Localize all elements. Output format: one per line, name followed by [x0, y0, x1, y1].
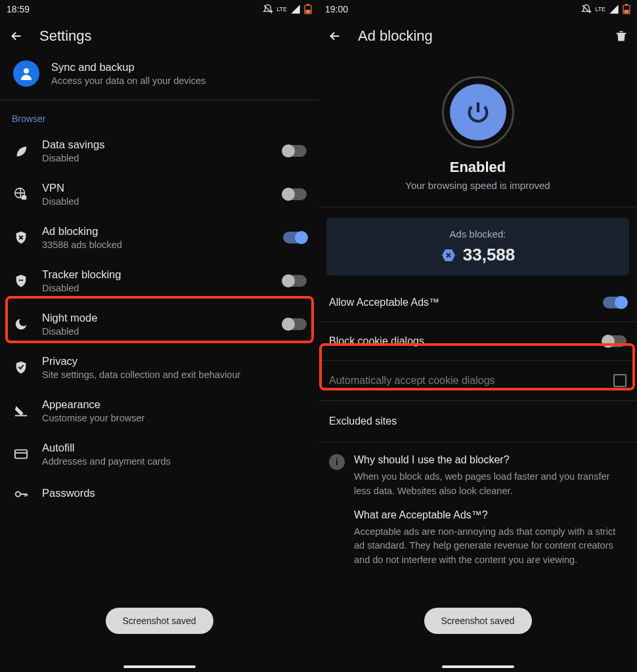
moon-icon — [12, 315, 30, 333]
svg-rect-2 — [306, 10, 311, 13]
data-savings-toggle[interactable] — [283, 145, 307, 157]
signal-icon — [290, 4, 301, 14]
enabled-title: Enabled — [450, 159, 506, 176]
key-icon — [12, 485, 30, 503]
page-title: Ad blocking — [358, 28, 433, 45]
privacy-row[interactable]: Privacy Site settings, data collection a… — [0, 346, 318, 389]
ads-blocked-count: 33,588 — [463, 245, 516, 265]
info-question-1: Why should I use the ad blocker? — [354, 454, 626, 466]
globe-lock-icon — [12, 185, 30, 203]
divider — [318, 207, 637, 207]
shield-footprint-icon — [12, 272, 30, 290]
auto-accept-cookie-row: Automatically accept cookie dialogs — [318, 361, 637, 400]
settings-list[interactable]: Sync and backup Access your data on all … — [0, 56, 318, 672]
bell-off-icon — [263, 4, 273, 14]
svg-rect-5 — [22, 196, 26, 200]
tracker-toggle[interactable] — [283, 275, 307, 287]
passwords-row[interactable]: Passwords — [0, 476, 318, 513]
info-answer-2: Acceptable ads are non-annoying ads that… — [354, 525, 626, 568]
status-time: 19:00 — [325, 4, 348, 14]
shield-x-icon — [12, 228, 30, 247]
info-row-2: What are Acceptable Ads™? Acceptable ads… — [318, 504, 637, 573]
svg-rect-12 — [625, 4, 628, 5]
svg-point-6 — [19, 280, 21, 282]
shield-check-icon — [12, 358, 30, 377]
svg-rect-1 — [307, 4, 309, 5]
vpn-row[interactable]: VPN Disabled — [0, 173, 318, 216]
trash-icon[interactable] — [615, 30, 628, 43]
status-indicators: LTE — [263, 4, 312, 14]
paint-icon — [12, 402, 30, 420]
info-icon: i — [329, 454, 345, 470]
sync-backup-row[interactable]: Sync and backup Access your data on all … — [0, 56, 318, 100]
ads-blocked-card: Ads blocked: 33,588 — [326, 218, 629, 276]
right-screenshot: 19:00 LTE Ad blocking Enabled Your brows… — [318, 0, 637, 672]
ad-blocking-row[interactable]: Ad blocking 33588 ads blocked — [0, 216, 318, 259]
lte-label: LTE — [595, 7, 605, 12]
excluded-sites-row[interactable]: Excluded sites — [318, 401, 637, 442]
bell-off-icon — [581, 4, 592, 14]
svg-rect-13 — [625, 10, 629, 13]
auto-accept-checkbox — [613, 374, 626, 387]
tracker-blocking-row[interactable]: Tracker blocking Disabled — [0, 259, 318, 303]
power-icon — [465, 99, 491, 125]
ad-blocking-toggle[interactable] — [283, 232, 307, 243]
night-mode-row[interactable]: Night mode Disabled — [0, 303, 318, 346]
header: Settings — [0, 18, 318, 56]
lte-label: LTE — [276, 7, 287, 12]
sync-text: Sync and backup Access your data on all … — [51, 61, 206, 86]
power-button[interactable] — [442, 76, 514, 148]
allow-acceptable-ads-row[interactable]: Allow Acceptable Ads™ — [318, 284, 637, 322]
block-cookie-toggle[interactable] — [603, 335, 626, 347]
left-screenshot: 18:59 LTE Settings Sync and backup Acces… — [0, 0, 318, 672]
info-answer-1: When you block ads, web pages load faste… — [354, 470, 626, 499]
svg-rect-9 — [15, 450, 27, 459]
svg-point-10 — [16, 492, 20, 496]
status-bar: 18:59 LTE — [0, 0, 318, 18]
avatar-icon — [13, 60, 39, 87]
battery-icon — [623, 4, 630, 14]
block-cookie-dialogs-row[interactable]: Block cookie dialogs — [318, 322, 637, 360]
enabled-section: Enabled Your browsing speed is improved — [318, 56, 637, 195]
toast: Screenshot saved — [424, 608, 531, 634]
status-bar: 19:00 LTE — [318, 0, 637, 18]
nav-indicator — [442, 665, 514, 668]
signal-icon — [609, 4, 619, 14]
info-row-1: i Why should I use the ad blocker? When … — [318, 442, 637, 504]
leaf-icon — [12, 142, 30, 160]
ad-blocking-content[interactable]: Enabled Your browsing speed is improved … — [318, 56, 637, 672]
night-toggle[interactable] — [283, 318, 307, 330]
status-time: 18:59 — [7, 4, 30, 14]
ads-blocked-label: Ads blocked: — [337, 228, 619, 240]
hexagon-x-icon — [441, 247, 456, 263]
data-savings-row[interactable]: Data savings Disabled — [0, 129, 318, 173]
toast: Screenshot saved — [105, 608, 213, 634]
svg-rect-8 — [15, 415, 27, 416]
card-icon — [12, 445, 30, 463]
autofill-row[interactable]: Autofill Addresses and payment cards — [0, 432, 318, 476]
page-title: Settings — [39, 28, 92, 45]
appearance-row[interactable]: Appearance Customise your browser — [0, 389, 318, 432]
vpn-toggle[interactable] — [283, 188, 307, 200]
back-arrow-icon[interactable] — [328, 29, 342, 43]
nav-indicator — [123, 665, 196, 668]
allow-ads-toggle[interactable] — [603, 297, 626, 308]
back-arrow-icon[interactable] — [9, 29, 24, 43]
battery-icon — [304, 4, 312, 14]
svg-point-3 — [24, 68, 29, 74]
section-browser: Browser — [0, 100, 318, 129]
info-question-2: What are Acceptable Ads™? — [354, 509, 626, 521]
header: Ad blocking — [318, 18, 637, 56]
enabled-subtitle: Your browsing speed is improved — [405, 180, 550, 191]
svg-point-7 — [21, 280, 23, 282]
status-indicators: LTE — [581, 4, 630, 14]
